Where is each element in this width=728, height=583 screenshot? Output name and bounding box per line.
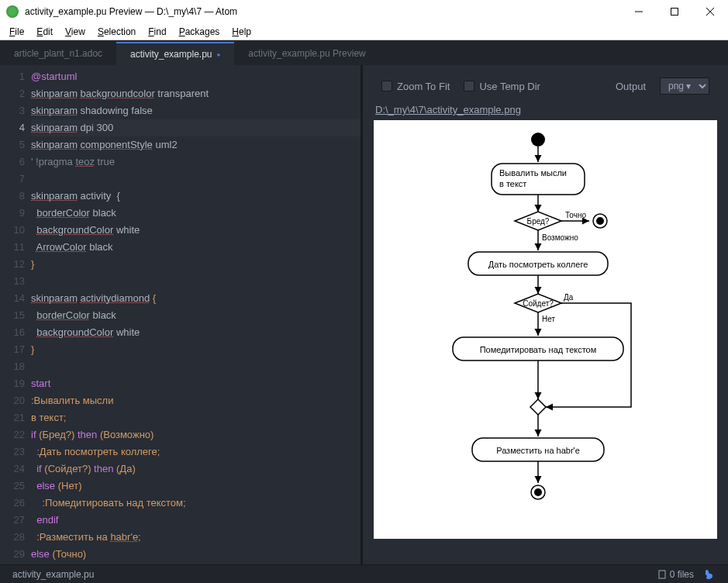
svg-rect-36 <box>659 571 665 578</box>
file-icon <box>657 570 667 579</box>
svg-text:Дать посмотреть коллеге: Дать посмотреть коллеге <box>488 260 588 269</box>
close-button[interactable] <box>692 0 728 23</box>
minimize-button[interactable] <box>621 0 657 23</box>
svg-text:Сойдет?: Сойдет? <box>523 299 554 308</box>
maximize-button[interactable] <box>657 0 692 23</box>
svg-text:Возможно: Возможно <box>542 233 578 242</box>
window-titlebar: activity_example.pu Preview — D:\_my\4\7… <box>0 0 728 23</box>
svg-text:Помедитировать над текстом: Помедитировать над текстом <box>479 345 596 354</box>
menu-selection[interactable]: Selection <box>91 25 142 39</box>
menu-file[interactable]: File <box>3 25 30 39</box>
svg-point-4 <box>531 133 545 147</box>
diagram-preview: Вывалить мысли в текст Бред? Точно Возмо… <box>374 120 717 539</box>
tab-0[interactable]: article_plant_n1.adoc <box>0 42 116 65</box>
output-format-select[interactable]: png ▾svg ▾txt ▾ <box>660 78 709 95</box>
menu-find[interactable]: Find <box>142 25 172 39</box>
window-title: activity_example.pu Preview — D:\_my\4\7… <box>25 6 621 17</box>
svg-point-35 <box>534 488 542 496</box>
app-icon <box>6 5 19 18</box>
svg-marker-29 <box>530 399 546 415</box>
svg-text:Разместить на habr'е: Разместить на habr'е <box>496 446 580 455</box>
svg-text:в текст: в текст <box>499 179 526 188</box>
menu-packages[interactable]: Packages <box>173 25 226 39</box>
code-editor[interactable]: 1234567891011121314151617181920212223242… <box>0 65 361 564</box>
menu-bar: FileEditViewSelectionFindPackagesHelp <box>0 23 728 40</box>
status-bar: activity_example.pu 0 files <box>0 564 728 583</box>
preview-pane: Zoom To Fit Use Temp Dir Output png ▾svg… <box>363 65 728 564</box>
menu-view[interactable]: View <box>59 25 91 39</box>
svg-text:Точно: Точно <box>565 211 586 219</box>
main-area: 1234567891011121314151617181920212223242… <box>0 65 728 564</box>
tab-1[interactable]: activity_example.pu <box>116 42 234 65</box>
preview-toolbar: Zoom To Fit Use Temp Dir Output png ▾svg… <box>374 73 717 102</box>
squirrel-icon[interactable] <box>699 568 720 581</box>
tab-2[interactable]: activity_example.pu Preview <box>234 42 379 65</box>
menu-help[interactable]: Help <box>226 25 257 39</box>
status-git-files[interactable]: 0 files <box>653 569 699 580</box>
output-path[interactable]: D:\_my\4\7\activity_example.png <box>374 102 717 120</box>
use-temp-dir-checkbox[interactable]: Use Temp Dir <box>464 81 540 92</box>
activity-diagram-svg: Вывалить мысли в текст Бред? Точно Возмо… <box>437 128 654 531</box>
code-area[interactable]: @startuml skinparam backgroundcolor tran… <box>31 65 361 564</box>
svg-point-15 <box>596 217 604 225</box>
svg-rect-1 <box>671 9 678 16</box>
svg-text:Вывалить мысли: Вывалить мысли <box>499 168 567 178</box>
svg-text:Нет: Нет <box>542 315 555 323</box>
status-file[interactable]: activity_example.pu <box>8 569 98 580</box>
svg-text:Да: Да <box>564 293 574 302</box>
menu-edit[interactable]: Edit <box>30 25 59 39</box>
svg-text:Бред?: Бред? <box>526 217 549 226</box>
tab-bar: article_plant_n1.adocactivity_example.pu… <box>0 40 728 65</box>
zoom-to-fit-checkbox[interactable]: Zoom To Fit <box>381 81 450 92</box>
line-gutter: 1234567891011121314151617181920212223242… <box>0 65 31 564</box>
output-label: Output <box>616 81 646 92</box>
